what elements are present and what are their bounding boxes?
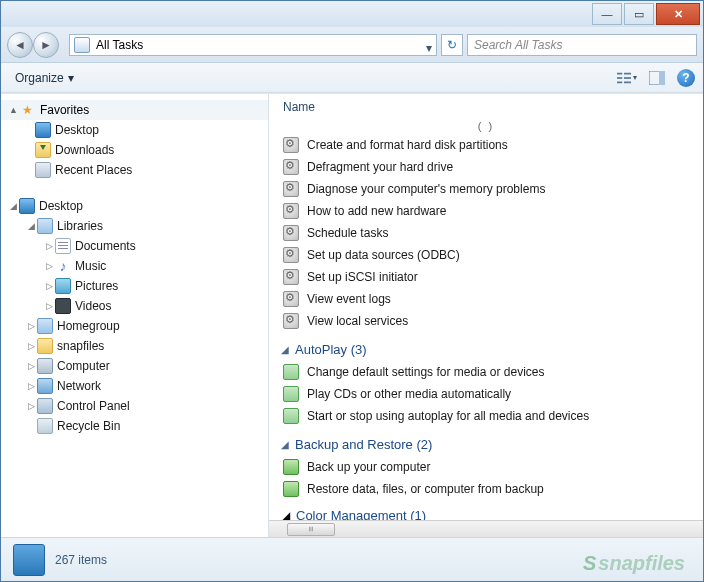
item-label: Change default settings for media or dev…	[307, 365, 544, 379]
preview-pane-button[interactable]	[647, 70, 667, 86]
tree-label: Control Panel	[57, 399, 130, 413]
expand-icon[interactable]: ◢	[25, 221, 37, 231]
item-label: Defragment your hard drive	[307, 160, 453, 174]
svg-rect-4	[624, 77, 631, 79]
group-header[interactable]: ◢ AutoPlay (3)	[269, 332, 703, 361]
expand-icon[interactable]: ▷	[25, 341, 37, 351]
cpl-icon	[37, 398, 53, 414]
item-count: 267 items	[55, 553, 107, 567]
download-icon	[35, 142, 51, 158]
help-button[interactable]: ?	[677, 69, 695, 87]
search-input[interactable]: Search All Tasks	[467, 34, 697, 56]
item-label: Set up iSCSI initiator	[307, 270, 418, 284]
toolbar: Organize ▾ ▾ ?	[1, 63, 703, 93]
list-item[interactable]: Diagnose your computer's memory problems	[269, 178, 703, 200]
tree-item[interactable]: ▷ Computer	[1, 356, 268, 376]
expand-icon[interactable]: ▷	[43, 241, 55, 251]
list-item[interactable]: View local services	[269, 310, 703, 332]
expand-icon[interactable]: ▷	[25, 321, 37, 331]
item-label: Set up data sources (ODBC)	[307, 248, 460, 262]
tree-item[interactable]: ▷ Control Panel	[1, 396, 268, 416]
tree-item[interactable]: ▷ Network	[1, 376, 268, 396]
maximize-button[interactable]: ▭	[624, 3, 654, 25]
expand-icon[interactable]: ▷	[43, 261, 55, 271]
horizontal-scrollbar[interactable]	[269, 520, 703, 537]
explorer-window: — ▭ ✕ ◄ ► All Tasks ▾ ↻ Search All Tasks…	[0, 0, 704, 582]
svg-rect-2	[617, 81, 622, 83]
list-item[interactable]: Back up your computer	[269, 456, 703, 478]
location-icon	[74, 37, 90, 53]
favorites-label: Favorites	[40, 103, 89, 117]
expand-icon[interactable]: ▷	[43, 301, 55, 311]
tree-item[interactable]: Recycle Bin	[1, 416, 268, 436]
navigation-pane: ▲ ★ Favorites Desktop Downloads Recent P…	[1, 94, 269, 537]
list-item[interactable]: Defragment your hard drive	[269, 156, 703, 178]
list-item[interactable]: View event logs	[269, 288, 703, 310]
organize-button[interactable]: Organize ▾	[9, 69, 80, 87]
expand-icon: ◢	[281, 439, 289, 450]
tree-label: Desktop	[39, 199, 83, 213]
column-header-name[interactable]: Name	[269, 94, 703, 118]
refresh-button[interactable]: ↻	[441, 34, 463, 56]
net-icon	[37, 378, 53, 394]
recent-icon	[35, 162, 51, 178]
expand-icon[interactable]: ▷	[43, 281, 55, 291]
tree-item[interactable]: ▷ Videos	[1, 296, 268, 316]
tree-item[interactable]: ▷ ♪ Music	[1, 256, 268, 276]
list-item[interactable]: Restore data, files, or computer from ba…	[269, 478, 703, 500]
gear-icon	[283, 247, 299, 263]
tree-label: snapfiles	[57, 339, 104, 353]
desktop-icon	[35, 122, 51, 138]
expand-icon[interactable]: ▷	[25, 361, 37, 371]
expand-icon[interactable]: ▷	[25, 381, 37, 391]
expand-icon[interactable]: ◢	[7, 201, 19, 211]
tree-item[interactable]: ◢ Desktop	[1, 196, 268, 216]
favorites-item[interactable]: Recent Places	[1, 160, 268, 180]
history-dropdown-icon[interactable]: ▾	[426, 41, 434, 49]
list-item[interactable]: Set up iSCSI initiator	[269, 266, 703, 288]
item-label: Schedule tasks	[307, 226, 388, 240]
back-button[interactable]: ◄	[7, 32, 33, 58]
scrollbar-thumb[interactable]	[287, 523, 335, 536]
bin-icon	[37, 418, 53, 434]
item-label: Play CDs or other media automatically	[307, 387, 511, 401]
list-item[interactable]: Change default settings for media or dev…	[269, 361, 703, 383]
favorites-item[interactable]: Downloads	[1, 140, 268, 160]
tree-item[interactable]: ▷ Documents	[1, 236, 268, 256]
list-item[interactable]: Create and format hard disk partitions	[269, 134, 703, 156]
vid-icon	[55, 298, 71, 314]
list-item[interactable]: Schedule tasks	[269, 222, 703, 244]
favorites-header[interactable]: ▲ ★ Favorites	[1, 100, 268, 120]
view-options-button[interactable]: ▾	[617, 70, 637, 86]
group-title: AutoPlay (3)	[295, 342, 367, 357]
tree-item[interactable]: ▷ snapfiles	[1, 336, 268, 356]
group-header[interactable]: ◢ Backup and Restore (2)	[269, 427, 703, 456]
list-item[interactable]: Play CDs or other media automatically	[269, 383, 703, 405]
favorites-item[interactable]: Desktop	[1, 120, 268, 140]
list-item[interactable]: Set up data sources (ODBC)	[269, 244, 703, 266]
list-item[interactable]: How to add new hardware	[269, 200, 703, 222]
address-field[interactable]: All Tasks ▾	[69, 34, 437, 56]
comp-icon	[37, 358, 53, 374]
expand-icon: ◢	[281, 344, 289, 355]
content-pane: Name ( ) Create and format hard disk par…	[269, 94, 703, 537]
tree-label: Recent Places	[55, 163, 132, 177]
libs-icon	[37, 218, 53, 234]
minimize-button[interactable]: —	[592, 3, 622, 25]
tree-item[interactable]: ◢ Libraries	[1, 216, 268, 236]
close-button[interactable]: ✕	[656, 3, 700, 25]
list-item[interactable]: Start or stop using autoplay for all med…	[269, 405, 703, 427]
tree-item[interactable]: ▷ Pictures	[1, 276, 268, 296]
forward-button[interactable]: ►	[33, 32, 59, 58]
gear-icon	[283, 159, 299, 175]
tree-label: Pictures	[75, 279, 118, 293]
tree-label: Network	[57, 379, 101, 393]
tree-label: Desktop	[55, 123, 99, 137]
tree-label: Downloads	[55, 143, 114, 157]
address-bar: ◄ ► All Tasks ▾ ↻ Search All Tasks	[1, 27, 703, 63]
body: ▲ ★ Favorites Desktop Downloads Recent P…	[1, 93, 703, 537]
tree-item[interactable]: ▷ Homegroup	[1, 316, 268, 336]
tree-label: Music	[75, 259, 106, 273]
item-label: Restore data, files, or computer from ba…	[307, 482, 544, 496]
expand-icon[interactable]: ▷	[25, 401, 37, 411]
